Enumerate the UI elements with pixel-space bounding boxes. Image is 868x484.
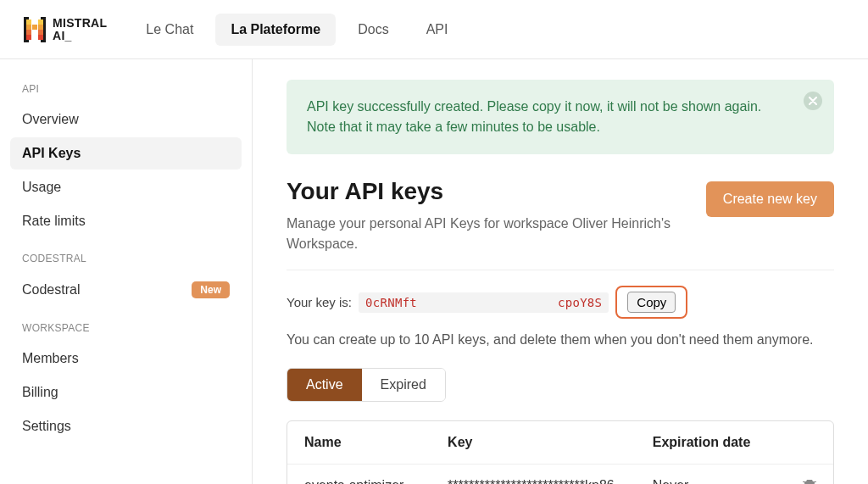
nav-api[interactable]: API (411, 14, 464, 46)
api-keys-table: Name Key Expiration date events-optimize… (287, 420, 834, 484)
sidebar-item-codestral[interactable]: Codestral New (10, 273, 242, 307)
page-subtitle: Manage your personal API Keys for worksp… (287, 214, 676, 254)
cell-expiration: Never (653, 478, 776, 484)
mistral-logo-icon (24, 17, 46, 42)
tab-active[interactable]: Active (287, 369, 362, 401)
cell-name: events-optimizer (304, 478, 448, 484)
svg-rect-2 (26, 19, 31, 25)
trash-icon (803, 478, 816, 484)
sidebar-item-label: Members (22, 351, 79, 366)
sidebar-item-label: Settings (22, 419, 71, 434)
tab-expired[interactable]: Expired (362, 369, 445, 401)
copy-key-highlight: Copy (615, 286, 687, 319)
svg-rect-5 (32, 25, 37, 30)
divider (287, 270, 834, 270)
table-header: Name Key Expiration date (287, 421, 833, 465)
api-key-value: 0cRNMft cpoY8S (359, 292, 609, 313)
alert-close-button[interactable] (804, 92, 822, 110)
cell-key: **************************kn86 (448, 478, 653, 484)
sidebar-item-label: Usage (22, 180, 61, 195)
sidebar-group-api: API (10, 76, 242, 102)
sidebar-item-usage[interactable]: Usage (10, 171, 242, 203)
copy-key-button[interactable]: Copy (627, 292, 676, 313)
table-row: events-optimizer ***********************… (287, 465, 833, 484)
brand-logo[interactable]: MISTRAL AI_ (24, 17, 107, 42)
col-key: Key (448, 435, 653, 450)
sidebar-item-label: Rate limits (22, 214, 86, 229)
top-nav: MISTRAL AI_ Le Chat La Plateforme Docs A… (0, 0, 868, 59)
success-alert: API key successfully created. Please cop… (287, 80, 834, 154)
sidebar-item-overview[interactable]: Overview (10, 103, 242, 136)
sidebar-item-label: Billing (22, 385, 58, 400)
col-expiration: Expiration date (653, 435, 776, 450)
svg-rect-6 (38, 25, 43, 30)
sidebar: API Overview API Keys Usage Rate limits … (0, 59, 253, 484)
nav-plateforme[interactable]: La Plateforme (215, 14, 336, 46)
col-name: Name (304, 435, 448, 450)
alert-message: API key successfully created. Please cop… (307, 99, 761, 134)
svg-rect-8 (38, 30, 43, 35)
brand-text: MISTRAL AI_ (53, 17, 107, 42)
sidebar-item-ratelimits[interactable]: Rate limits (10, 205, 242, 237)
svg-rect-10 (38, 35, 43, 40)
brand-line1: MISTRAL (53, 17, 107, 30)
page-title: Your API keys (287, 178, 676, 205)
delete-key-button[interactable] (776, 478, 816, 484)
main-content: API key successfully created. Please cop… (253, 59, 868, 484)
nav-lechat[interactable]: Le Chat (131, 14, 209, 46)
sidebar-item-billing[interactable]: Billing (10, 376, 242, 409)
brand-line2: AI_ (53, 30, 107, 42)
svg-rect-4 (26, 25, 31, 30)
sidebar-item-label: Codestral (22, 282, 80, 298)
page-header: Your API keys Manage your personal API K… (287, 178, 834, 254)
sidebar-item-settings[interactable]: Settings (10, 410, 242, 442)
nav-docs[interactable]: Docs (342, 14, 403, 46)
create-new-key-button[interactable]: Create new key (706, 181, 834, 217)
new-badge: New (192, 281, 230, 298)
sidebar-item-label: Overview (22, 112, 79, 127)
sidebar-item-label: API Keys (22, 146, 81, 161)
key-limit-note: You can create up to 10 API keys, and de… (287, 332, 834, 348)
svg-rect-3 (38, 19, 43, 25)
close-icon (809, 97, 817, 105)
sidebar-group-codestral: CODESTRAL (10, 246, 242, 271)
sidebar-group-workspace: WORKSPACE (10, 315, 242, 341)
key-prefix-label: Your key is: (287, 295, 352, 309)
sidebar-item-members[interactable]: Members (10, 342, 242, 375)
key-status-tabs: Active Expired (287, 368, 446, 402)
key-reveal-row: Your key is: 0cRNMft cpoY8S Copy (287, 286, 834, 319)
svg-rect-7 (26, 30, 31, 35)
sidebar-item-apikeys[interactable]: API Keys (10, 137, 242, 170)
svg-rect-9 (26, 35, 31, 40)
